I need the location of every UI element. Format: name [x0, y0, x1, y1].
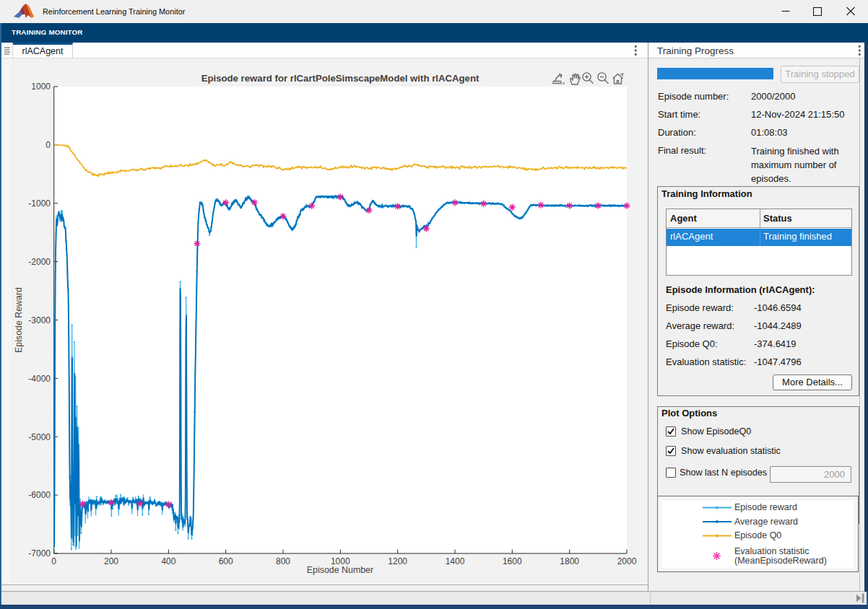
- svg-text:600: 600: [219, 556, 233, 566]
- svg-text:-4000: -4000: [28, 374, 51, 384]
- svg-text:200: 200: [104, 556, 118, 566]
- svg-text:-5000: -5000: [28, 432, 51, 442]
- svg-text:Episode reward for rlCartPoleS: Episode reward for rlCartPoleSimscapeMod…: [201, 73, 479, 84]
- svg-text:1400: 1400: [446, 556, 465, 566]
- svg-text:800: 800: [276, 556, 290, 566]
- svg-text:-2000: -2000: [28, 257, 51, 267]
- svg-text:1200: 1200: [388, 556, 407, 566]
- svg-text:-7000: -7000: [28, 548, 51, 558]
- svg-text:-3000: -3000: [28, 315, 51, 325]
- svg-text:Episode Reward: Episode Reward: [14, 287, 24, 353]
- svg-text:0: 0: [51, 556, 56, 566]
- svg-text:400: 400: [161, 556, 175, 566]
- svg-text:1000: 1000: [31, 82, 51, 92]
- svg-text:-1000: -1000: [28, 198, 51, 209]
- svg-text:Episode Number: Episode Number: [307, 565, 373, 575]
- svg-text:1600: 1600: [503, 556, 522, 566]
- svg-text:-6000: -6000: [28, 490, 51, 500]
- svg-text:2000: 2000: [617, 556, 637, 566]
- svg-text:1800: 1800: [560, 556, 579, 566]
- svg-text:0: 0: [45, 140, 51, 150]
